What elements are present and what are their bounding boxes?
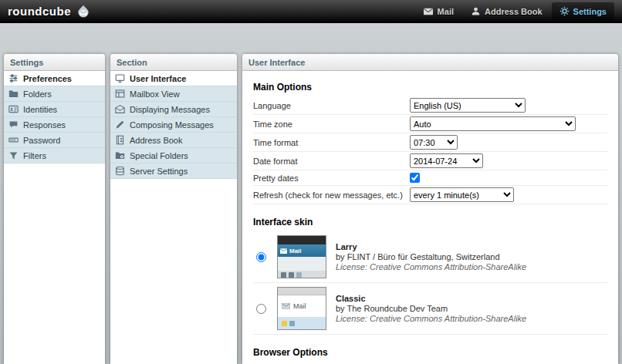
settings-item-responses[interactable]: Responses <box>4 117 105 133</box>
user-interface-icon <box>115 73 125 83</box>
section-item-label: Server Settings <box>130 167 188 176</box>
interface-skin-heading: Interface skin <box>253 217 607 228</box>
settings-item-label: Identities <box>23 105 57 114</box>
content-panel: User Interface Main Options Language Eng… <box>242 54 618 364</box>
section-panel-title: Section <box>110 54 237 71</box>
time-format-select[interactable]: 07:30 <box>410 135 458 150</box>
language-label: Language <box>253 101 410 110</box>
timezone-label: Time zone <box>253 120 410 129</box>
skin-radio-larry[interactable] <box>256 252 266 262</box>
timezone-row: Time zone Auto <box>253 115 607 133</box>
settings-item-label: Folders <box>23 89 52 99</box>
content-body: Main Options Language English (US) Time … <box>242 71 618 364</box>
section-item-mailbox-view[interactable]: Mailbox View <box>110 86 237 102</box>
settings-panel: Settings Preferences Folders <box>4 54 105 364</box>
nav-address-book[interactable]: Address Book <box>463 2 550 20</box>
topbar: roundcube Mail Address Book <box>0 0 622 23</box>
filters-icon <box>8 150 19 160</box>
password-icon <box>8 135 19 145</box>
skin-row-classic: Mail Classic by The Roundcube Dev Team L… <box>253 283 607 335</box>
browser-options-heading: Browser Options <box>253 347 607 358</box>
skin-license: License: Creative Commons Attribution-Sh… <box>336 314 526 323</box>
settings-gear-icon <box>559 6 570 16</box>
thumb-mail-label: Mail <box>289 248 302 254</box>
logo-drop-envelope-icon <box>76 5 91 19</box>
timezone-select[interactable]: Auto <box>410 116 576 131</box>
settings-item-label: Filters <box>23 151 46 160</box>
skin-thumbnail-classic: Mail <box>277 287 326 330</box>
settings-item-filters[interactable]: Filters <box>4 148 105 163</box>
section-item-label: Composing Messages <box>130 120 214 130</box>
folders-icon <box>8 89 19 99</box>
settings-item-label: Preferences <box>23 74 72 83</box>
thumb-mail-icon <box>280 248 287 254</box>
skin-radio-classic[interactable] <box>256 304 266 314</box>
server-settings-icon <box>115 166 125 176</box>
skin-author: by The Roundcube Dev Team <box>336 304 526 313</box>
nav-mail-label: Mail <box>438 7 454 16</box>
skin-author: by FLINT / Büro für Gestaltung, Switzerl… <box>336 252 526 261</box>
date-format-label: Date format <box>253 157 410 166</box>
section-item-address-book[interactable]: Address Book <box>110 133 237 148</box>
task-nav: Mail Address Book Settings <box>415 2 614 20</box>
mailbox-view-icon <box>115 89 125 99</box>
section-item-label: Displaying Messages <box>130 105 210 114</box>
nav-settings-label: Settings <box>573 7 607 16</box>
nav-mail[interactable]: Mail <box>415 2 461 20</box>
address-book-icon <box>471 6 481 16</box>
skin-info-classic: Classic by The Roundcube Dev Team Licens… <box>336 294 526 323</box>
skin-info-larry: Larry by FLINT / Büro für Gestaltung, Sw… <box>336 242 526 271</box>
preferences-icon <box>8 73 19 83</box>
skin-name: Larry <box>336 242 526 251</box>
composing-messages-icon <box>115 120 125 130</box>
skin-name: Classic <box>336 294 526 303</box>
logo-text: roundcube <box>8 5 71 18</box>
section-panel: Section User Interface Mailbox View <box>110 54 237 364</box>
content-panel-title: User Interface <box>242 54 618 71</box>
time-format-label: Time format <box>253 138 410 147</box>
identities-icon <box>8 104 19 114</box>
pretty-dates-row: Pretty dates <box>253 170 607 186</box>
section-item-label: Special Folders <box>130 151 188 160</box>
skin-license: License: Creative Commons Attribution-Sh… <box>336 262 526 271</box>
section-item-composing-messages[interactable]: Composing Messages <box>110 117 237 133</box>
section-item-label: Address Book <box>130 136 182 145</box>
language-select[interactable]: English (US) <box>410 98 526 113</box>
time-format-row: Time format 07:30 <box>253 133 607 152</box>
settings-item-folders[interactable]: Folders <box>4 86 105 102</box>
refresh-row: Refresh (check for new messages, etc.) e… <box>253 186 607 204</box>
section-item-label: User Interface <box>130 74 186 83</box>
settings-item-password[interactable]: Password <box>4 133 105 148</box>
date-format-select[interactable]: 2014-07-24 <box>410 153 483 168</box>
roundcube-logo: roundcube <box>8 5 91 19</box>
settings-item-label: Responses <box>23 120 66 130</box>
refresh-label: Refresh (check for new messages, etc.) <box>253 190 410 200</box>
address-book-icon <box>115 135 125 145</box>
settings-panel-title: Settings <box>4 54 105 71</box>
section-item-label: Mailbox View <box>130 89 180 99</box>
pretty-dates-label: Pretty dates <box>253 174 410 183</box>
responses-icon <box>8 120 19 130</box>
main-options-heading: Main Options <box>253 82 607 93</box>
displaying-messages-icon <box>115 104 125 114</box>
section-item-user-interface[interactable]: User Interface <box>110 71 237 86</box>
language-row: Language English (US) <box>253 96 607 115</box>
settings-item-preferences[interactable]: Preferences <box>4 71 105 86</box>
settings-list: Preferences Folders Identities <box>4 71 105 163</box>
section-item-displaying-messages[interactable]: Displaying Messages <box>110 102 237 117</box>
section-item-special-folders[interactable]: Special Folders <box>110 148 237 163</box>
refresh-select[interactable]: every 1 minute(s) <box>410 187 514 202</box>
settings-item-identities[interactable]: Identities <box>4 102 105 117</box>
date-format-row: Date format 2014-07-24 <box>253 152 607 170</box>
skin-thumbnail-larry: Mail <box>277 235 326 278</box>
special-folders-icon <box>115 150 125 160</box>
workspace: Settings Preferences Folders <box>0 54 622 364</box>
pretty-dates-checkbox[interactable] <box>410 173 420 183</box>
nav-settings[interactable]: Settings <box>552 2 614 20</box>
mail-icon <box>423 7 434 16</box>
skin-row-larry: Mail Larry by FLINT / Büro für Gestaltun… <box>253 231 607 283</box>
thumb-mail-label: Mail <box>293 302 306 310</box>
settings-item-label: Password <box>23 136 60 145</box>
section-item-server-settings[interactable]: Server Settings <box>110 163 237 179</box>
thumb-mail-icon <box>282 303 290 309</box>
